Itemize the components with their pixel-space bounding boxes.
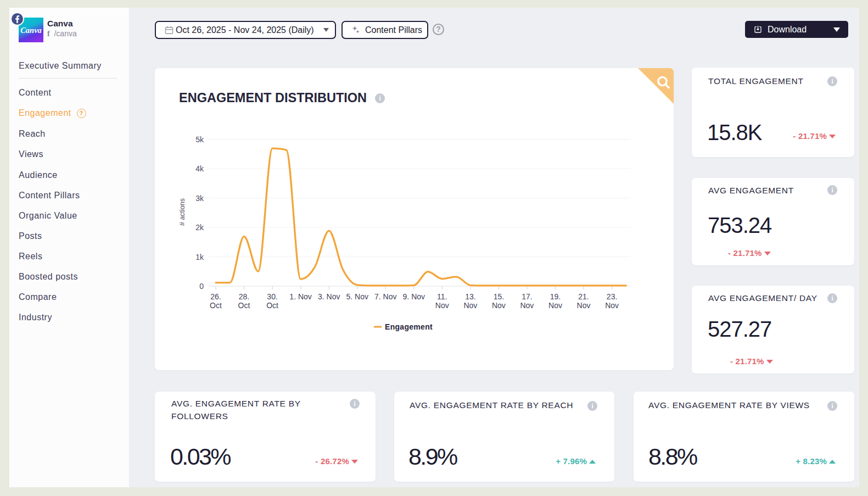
svg-text:# actions: # actions xyxy=(178,198,186,226)
svg-text:5. Nov: 5. Nov xyxy=(346,292,368,301)
svg-text:9. Nov: 9. Nov xyxy=(403,292,425,301)
svg-text:Engagement: Engagement xyxy=(385,322,433,331)
svg-text:1. Nov: 1. Nov xyxy=(289,292,311,301)
svg-text:Nov: Nov xyxy=(577,301,591,310)
svg-text:Nov: Nov xyxy=(605,301,619,310)
svg-text:Nov: Nov xyxy=(520,301,534,310)
svg-text:19.: 19. xyxy=(550,292,561,301)
svg-text:21.: 21. xyxy=(578,292,589,301)
svg-text:15.: 15. xyxy=(494,292,504,301)
svg-text:3k: 3k xyxy=(195,194,204,203)
svg-text:26.: 26. xyxy=(210,292,221,301)
svg-text:11.: 11. xyxy=(437,292,447,301)
svg-text:7. Nov: 7. Nov xyxy=(374,292,396,301)
svg-text:Nov: Nov xyxy=(463,301,477,310)
svg-text:Oct: Oct xyxy=(266,301,278,310)
svg-text:0: 0 xyxy=(199,282,204,291)
svg-text:Oct: Oct xyxy=(210,301,222,310)
svg-text:4k: 4k xyxy=(195,164,204,173)
svg-text:23.: 23. xyxy=(607,292,617,301)
svg-text:Nov: Nov xyxy=(435,301,449,310)
svg-text:3. Nov: 3. Nov xyxy=(318,292,340,301)
svg-text:Nov: Nov xyxy=(548,301,562,310)
svg-text:Nov: Nov xyxy=(492,301,506,310)
svg-text:Oct: Oct xyxy=(238,301,250,310)
svg-text:1k: 1k xyxy=(195,253,204,261)
svg-text:2k: 2k xyxy=(195,223,204,232)
svg-text:13.: 13. xyxy=(465,292,475,301)
svg-text:28.: 28. xyxy=(239,292,249,301)
svg-text:Canva: Canva xyxy=(20,26,42,35)
svg-text:30.: 30. xyxy=(267,292,277,301)
svg-text:17.: 17. xyxy=(522,292,532,301)
svg-text:5k: 5k xyxy=(195,135,204,144)
